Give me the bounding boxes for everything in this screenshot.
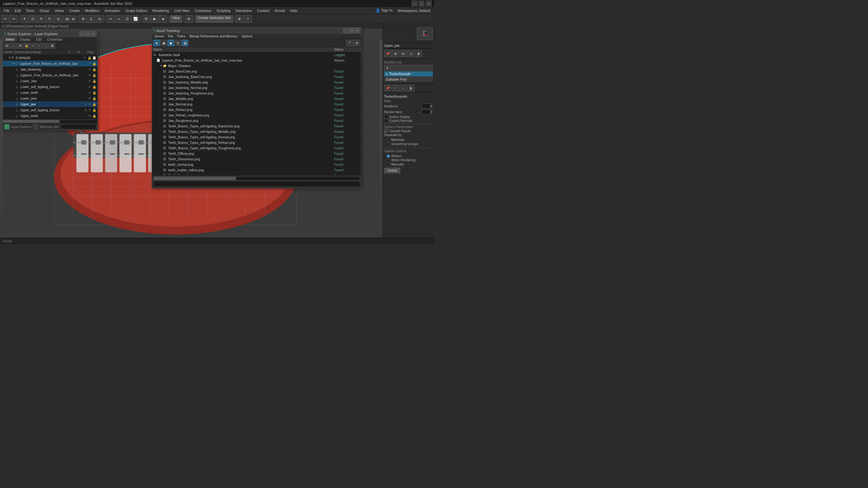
list-item[interactable]: 🖼 Jaw_fastening_BaseColor.png Found bbox=[152, 74, 361, 80]
undo-button[interactable]: ↩ bbox=[1, 15, 9, 23]
list-item[interactable]: △ Lower_teeth 👁 🔒 bbox=[3, 90, 97, 95]
asset-tracking-titlebar[interactable]: 3 Asset Tracking − □ × bbox=[152, 27, 361, 34]
menu-animation[interactable]: Animation bbox=[102, 8, 123, 13]
ts-iterations-input[interactable] bbox=[422, 103, 433, 109]
menu-help[interactable]: Help bbox=[288, 8, 300, 13]
list-item[interactable]: △ Ligature_Free_Braces_on_Artificial_Jaw… bbox=[3, 72, 97, 78]
list-item[interactable]: 🖼 Teeth_Braces_Types_self-ligating_Rough… bbox=[152, 145, 361, 151]
list-item[interactable]: 🖼 Jaw_fastening_Metallic.png Found bbox=[152, 80, 361, 85]
asset-minimize[interactable]: − bbox=[343, 28, 348, 33]
layer-explorer-icon[interactable] bbox=[4, 124, 9, 129]
list-item[interactable]: △ Lower_Jaw 👁 🔒 bbox=[3, 78, 97, 84]
manipulate-button[interactable]: ⊗ bbox=[185, 15, 193, 23]
asset-scrollbar[interactable] bbox=[153, 176, 360, 180]
help-search-button[interactable]: ? bbox=[244, 15, 252, 23]
scene-explorer-close[interactable]: × bbox=[91, 31, 96, 36]
scene-vis-btn[interactable]: 👁 bbox=[17, 43, 23, 49]
asset-search[interactable] bbox=[153, 181, 360, 187]
menu-file[interactable]: File bbox=[1, 8, 12, 13]
render-button[interactable]: ▶ bbox=[151, 15, 158, 23]
list-item[interactable]: 🖼 Teeth_Diffuse.png Found bbox=[152, 151, 361, 156]
menu-graph-editors[interactable]: Graph Editors bbox=[123, 8, 150, 13]
list-item[interactable]: 🖼 Jaw_fastening_Roughness.png Found bbox=[152, 91, 361, 96]
scale-button[interactable]: ⇲ bbox=[54, 15, 62, 23]
update-button[interactable]: Update bbox=[384, 168, 400, 173]
list-item[interactable]: 🖼 Teeth_Specular.png Found bbox=[152, 173, 361, 175]
menu-scripting[interactable]: Scripting bbox=[214, 8, 233, 13]
percent-snap-button[interactable]: % bbox=[96, 15, 104, 23]
menu-content[interactable]: Content bbox=[254, 8, 272, 13]
select-button[interactable]: ✦ bbox=[20, 15, 28, 23]
list-item[interactable]: 🖼 Teeth_Glossiness.png Found bbox=[152, 156, 361, 162]
ts-always-radio[interactable]: Always bbox=[387, 154, 430, 158]
list-item[interactable]: 🖼 teeth_normal.png Found bbox=[152, 162, 361, 167]
at-help-btn[interactable]: ? bbox=[346, 40, 353, 46]
tab-select[interactable]: Select bbox=[3, 37, 18, 42]
at-menu-paths[interactable]: Paths bbox=[176, 34, 187, 38]
scene-scrollbar-thumb[interactable] bbox=[3, 120, 60, 123]
scene-up-btn[interactable]: ↑ bbox=[36, 43, 42, 49]
angle-snap-button[interactable]: ∠ bbox=[88, 15, 95, 23]
radio-smoothing[interactable] bbox=[387, 142, 390, 146]
asset-scrollbar-thumb[interactable] bbox=[154, 177, 236, 180]
scene-explorer-maximize[interactable]: □ bbox=[85, 31, 90, 36]
scene-down-btn[interactable]: ↓ bbox=[43, 43, 49, 49]
explicit-checkbox[interactable] bbox=[384, 119, 388, 123]
ts-explicit-check[interactable]: Explicit Normals bbox=[384, 119, 433, 123]
expand-icon[interactable]: ▼ bbox=[160, 64, 163, 67]
at-btn-1[interactable]: ■ bbox=[153, 40, 160, 46]
ts-isoline-check[interactable]: Isoline Display bbox=[384, 115, 433, 119]
mod-action-move-down[interactable]: ↓ bbox=[400, 85, 407, 92]
render-setup-button[interactable]: ⚙ bbox=[142, 15, 150, 23]
list-item[interactable]: 🖼 Jaw_Refract.png Found bbox=[152, 107, 361, 112]
layer-explorer-settings[interactable] bbox=[33, 124, 38, 129]
ts-smooth-check[interactable]: ✓ Smooth Result bbox=[384, 129, 433, 133]
list-item[interactable]: 🖼 Teeth_Braces_Types_self-ligating_Refra… bbox=[152, 140, 361, 145]
scene-filter-btn[interactable]: ⊞ bbox=[4, 43, 10, 49]
move-button[interactable]: ✛ bbox=[37, 15, 45, 23]
curve-editor-button[interactable]: 📈 bbox=[132, 15, 140, 23]
menu-interactive[interactable]: Interactive bbox=[233, 8, 255, 13]
ts-smoothing-radio[interactable]: Smoothing Groups bbox=[387, 142, 430, 146]
filter-dropdown[interactable]: All bbox=[62, 15, 76, 23]
list-item[interactable]: 📄 Ligature_Free_Braces_on_Artificial_Jaw… bbox=[152, 58, 361, 63]
list-item[interactable]: 🖼 Teeth_Braces_Types_self-ligating_Metal… bbox=[152, 129, 361, 134]
modifier-dropdown[interactable]: ▼ bbox=[384, 65, 433, 71]
at-btn-3[interactable]: ◼ bbox=[167, 40, 174, 46]
menu-customize[interactable]: Customize bbox=[192, 8, 214, 13]
mod-icon-modifier[interactable]: ⊞ bbox=[392, 50, 399, 57]
ts-when-rendering-radio[interactable]: When Rendering bbox=[387, 158, 430, 162]
asset-close[interactable]: × bbox=[355, 28, 360, 33]
ts-render-input[interactable] bbox=[422, 109, 433, 115]
list-item[interactable]: △ Upper_wire 👁 🔒 bbox=[3, 119, 97, 119]
named-selections-button[interactable]: ≣ bbox=[236, 15, 243, 23]
scene-add-btn[interactable]: + bbox=[30, 43, 36, 49]
isoline-checkbox[interactable] bbox=[384, 115, 388, 119]
sign-in-button[interactable]: 👤 Sign In bbox=[373, 8, 395, 13]
scene-delete-btn[interactable]: 🗑 bbox=[50, 43, 55, 49]
list-item[interactable]: 🖼 Jaw_fastening_Normal.png Found bbox=[152, 85, 361, 91]
list-item[interactable]: 🖼 Jaw_Metallic.png Found bbox=[152, 96, 361, 102]
scene-explorer-titlebar[interactable]: 3 Scene Explorer - Layer Explorer − □ × bbox=[3, 31, 97, 37]
layer-button[interactable]: ☰ bbox=[123, 15, 131, 23]
list-item[interactable]: 🏛 Autodesk Vault Logged bbox=[152, 52, 361, 58]
ts-manually-radio[interactable]: Manually bbox=[387, 162, 430, 166]
scene-explorer-minimize[interactable]: − bbox=[80, 31, 85, 36]
scene-lock-btn[interactable]: 🔒 bbox=[24, 43, 29, 49]
menu-tools[interactable]: Tools bbox=[24, 8, 37, 13]
view-label[interactable]: View bbox=[170, 15, 182, 23]
tab-edit[interactable]: Edit bbox=[34, 37, 44, 42]
at-menu-server[interactable]: Server bbox=[153, 34, 165, 38]
radio-manually[interactable] bbox=[387, 163, 390, 166]
mod-action-pin[interactable]: 📌 bbox=[384, 85, 391, 92]
editable-poly-modifier[interactable]: Editable Poly bbox=[384, 77, 433, 82]
maximize-button[interactable]: □ bbox=[418, 1, 425, 6]
menu-views[interactable]: Views bbox=[52, 8, 66, 13]
tab-customize[interactable]: Customize bbox=[44, 37, 65, 42]
at-menu-bitmap[interactable]: Bitmap Performance and Memory bbox=[188, 34, 239, 38]
tab-display[interactable]: Display bbox=[18, 37, 34, 42]
list-item[interactable]: 🖼 Jaw_Refract_roughness.png Found bbox=[152, 112, 361, 118]
list-item[interactable]: 🖼 Jaw_Roughness.png Found bbox=[152, 118, 361, 124]
list-item[interactable]: ▼ 📁 Maps / Shaders bbox=[152, 63, 361, 69]
list-item[interactable]: △ Upper_jaw ⚙ 👁 🔒 bbox=[3, 101, 97, 107]
